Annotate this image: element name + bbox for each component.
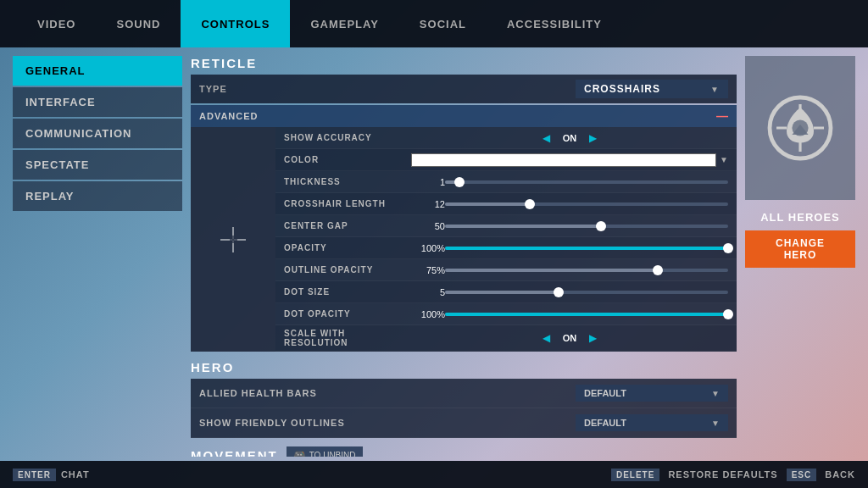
- type-row: TYPE CROSSHAIRS ▼: [191, 75, 737, 103]
- hero-row-allied: ALLIED HEALTH BARS DEFAULT ▼: [191, 379, 737, 408]
- outline-opacity-track: [445, 269, 728, 272]
- tab-gameplay[interactable]: GAMEPLAY: [290, 0, 398, 47]
- thickness-slider[interactable]: [445, 180, 728, 184]
- chevron-down-icon: ▼: [710, 85, 720, 94]
- allied-health-bars-value: DEFAULT: [584, 388, 704, 398]
- bottom-right: DELETE RESTORE DEFAULTS ESC BACK: [611, 469, 855, 481]
- thickness-track: [445, 180, 728, 184]
- outlines-chevron-icon: ▼: [711, 419, 720, 428]
- dot-size-track: [445, 291, 728, 294]
- collapse-button[interactable]: —: [716, 109, 728, 123]
- sidebar-item-replay[interactable]: REPLAY: [13, 181, 182, 211]
- movement-section: MOVEMENT 🎮 TO UNBIND FORWARD W EMPTY EMP…: [191, 446, 737, 457]
- tab-controls[interactable]: CONTROLS: [181, 0, 290, 47]
- type-dropdown[interactable]: CROSSHAIRS ▼: [576, 80, 728, 98]
- friendly-outlines-dropdown[interactable]: DEFAULT ▼: [576, 414, 728, 431]
- setting-dot-size: DOT SIZE 5: [275, 281, 737, 303]
- bottom-bar: ENTER CHAT DELETE RESTORE DEFAULTS ESC B…: [0, 461, 868, 488]
- center-gap-thumb[interactable]: [596, 221, 606, 231]
- hero-rows: ALLIED HEALTH BARS DEFAULT ▼ SHOW FRIEND…: [191, 379, 737, 438]
- setting-thickness: THICKNESS 1: [275, 171, 737, 193]
- outline-opacity-slider[interactable]: [445, 269, 728, 272]
- color-label: COLOR: [284, 155, 411, 164]
- thickness-label: THICKNESS: [284, 177, 411, 186]
- movement-header: MOVEMENT 🎮 TO UNBIND: [191, 446, 737, 457]
- all-heroes-label: ALL HEROES: [760, 211, 840, 224]
- friendly-outlines-value: DEFAULT: [584, 418, 704, 428]
- dot-size-value: 5: [411, 287, 445, 297]
- scale-resolution-toggle[interactable]: ◀ ON ▶: [411, 332, 728, 344]
- hero-section: HERO ALLIED HEALTH BARS DEFAULT ▼ SHOW F…: [191, 360, 737, 438]
- right-arrow-icon[interactable]: ▶: [589, 132, 597, 144]
- dot-size-thumb[interactable]: [554, 287, 564, 297]
- type-label: TYPE: [199, 84, 576, 94]
- scale-right-arrow-icon[interactable]: ▶: [589, 332, 597, 344]
- allied-health-bars-label: ALLIED HEALTH BARS: [199, 388, 576, 398]
- outline-opacity-thumb[interactable]: [653, 265, 663, 275]
- dot-size-slider[interactable]: [445, 291, 728, 294]
- dot-size-label: DOT SIZE: [284, 287, 411, 297]
- content: RETICLE TYPE CROSSHAIRS ▼ ADVANCED —: [191, 56, 737, 457]
- tab-sound[interactable]: SOUND: [96, 0, 181, 47]
- movement-title: MOVEMENT: [191, 448, 278, 458]
- advanced-label: ADVANCED: [199, 111, 259, 121]
- friendly-outlines-label: SHOW FRIENDLY OUTLINES: [199, 418, 576, 428]
- dot-size-fill: [445, 291, 559, 294]
- unbind-badge: 🎮 TO UNBIND: [287, 446, 363, 457]
- dot-opacity-fill: [445, 313, 728, 316]
- opacity-thumb[interactable]: [723, 243, 733, 253]
- advanced-header: ADVANCED —: [191, 105, 737, 127]
- color-bar: [411, 153, 716, 167]
- center-gap-fill: [445, 225, 601, 228]
- setting-dot-opacity: DOT OPACITY 100%: [275, 303, 737, 325]
- crosshair-length-slider[interactable]: [445, 202, 728, 206]
- scale-left-arrow-icon[interactable]: ◀: [542, 332, 550, 344]
- dot-opacity-slider[interactable]: [445, 313, 728, 316]
- restore-defaults-label: RESTORE DEFAULTS: [668, 469, 777, 480]
- opacity-slider[interactable]: [445, 247, 728, 250]
- color-picker[interactable]: ▼: [411, 153, 728, 167]
- delete-key-badge: DELETE: [611, 469, 659, 481]
- sidebar-item-general[interactable]: GENERAL: [13, 56, 182, 86]
- sidebar-item-spectate[interactable]: SPECTATE: [13, 150, 182, 180]
- center-gap-slider[interactable]: [445, 225, 728, 228]
- sidebar-item-communication[interactable]: COMMUNICATION: [13, 119, 182, 148]
- outline-opacity-fill: [445, 269, 658, 272]
- opacity-label: OPACITY: [284, 243, 411, 252]
- allied-chevron-icon: ▼: [711, 389, 720, 398]
- change-hero-button[interactable]: CHANGE HERO: [745, 230, 855, 268]
- setting-outline-opacity: OUTLINE OPACITY 75%: [275, 259, 737, 281]
- show-accuracy-toggle[interactable]: ◀ ON ▶: [411, 132, 728, 144]
- crosshair-length-label: CROSSHAIR LENGTH: [284, 199, 411, 208]
- hero-row-outlines: SHOW FRIENDLY OUTLINES DEFAULT ▼: [191, 408, 737, 438]
- opacity-track: [445, 247, 728, 250]
- sidebar: GENERAL INTERFACE COMMUNICATION SPECTATE…: [13, 56, 182, 457]
- gamepad-icon: 🎮: [293, 449, 306, 457]
- setting-scale-resolution: SCALE WITH RESOLUTION ◀ ON ▶: [275, 325, 737, 352]
- overwatch-logo: [766, 94, 834, 162]
- main-layout: GENERAL INTERFACE COMMUNICATION SPECTATE…: [0, 47, 868, 461]
- dot-opacity-thumb[interactable]: [723, 309, 733, 319]
- crosshair-preview: [191, 127, 275, 352]
- dot-opacity-track: [445, 313, 728, 316]
- dot-opacity-label: DOT OPACITY: [284, 309, 411, 319]
- bottom-left: ENTER CHAT: [13, 469, 90, 481]
- thickness-thumb[interactable]: [454, 177, 465, 187]
- crosshair-length-thumb[interactable]: [525, 199, 535, 209]
- enter-key-badge: ENTER: [13, 469, 56, 481]
- tab-video[interactable]: VIDEO: [17, 0, 96, 47]
- center-gap-track: [445, 225, 728, 228]
- tab-accessibility[interactable]: ACCESSIBILITY: [487, 0, 622, 47]
- opacity-value: 100%: [411, 243, 445, 253]
- setting-color: COLOR ▼: [275, 149, 737, 171]
- tab-social[interactable]: SOCIAL: [399, 0, 487, 47]
- setting-opacity: OPACITY 100%: [275, 237, 737, 259]
- thickness-value: 1: [411, 177, 445, 187]
- scale-resolution-value: ON: [557, 333, 582, 343]
- esc-key-badge: ESC: [787, 469, 817, 481]
- top-nav: VIDEO SOUND CONTROLS GAMEPLAY SOCIAL ACC…: [0, 0, 868, 47]
- setting-center-gap: CENTER GAP 50: [275, 215, 737, 237]
- allied-health-bars-dropdown[interactable]: DEFAULT ▼: [576, 385, 728, 402]
- left-arrow-icon[interactable]: ◀: [542, 132, 550, 144]
- sidebar-item-interface[interactable]: INTERFACE: [13, 87, 182, 117]
